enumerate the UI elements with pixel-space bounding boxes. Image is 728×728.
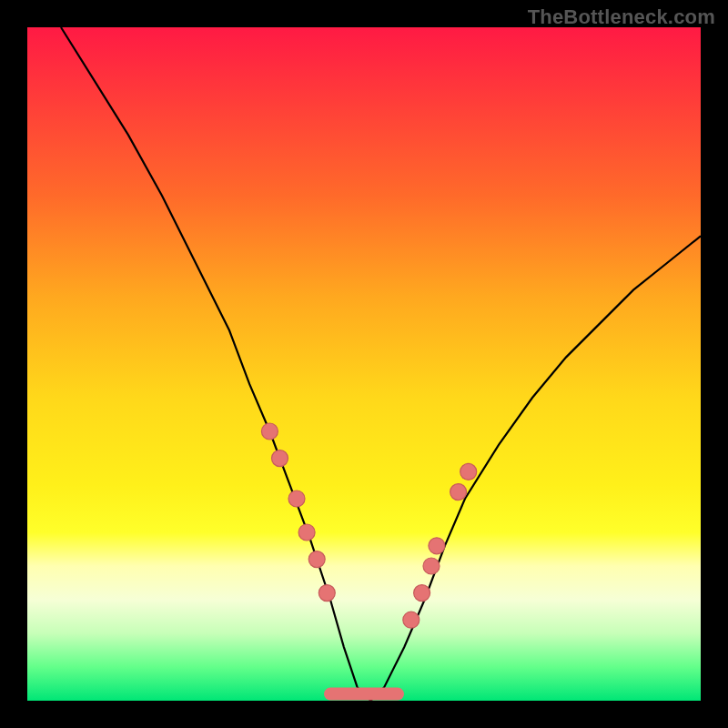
curve-marker (288, 490, 305, 507)
curve-marker (308, 551, 325, 568)
curve-marker (261, 423, 278, 440)
bottleneck-curve (61, 27, 701, 701)
plot-area (27, 27, 701, 701)
curve-marker (414, 585, 430, 602)
chart-frame: TheBottleneck.com (0, 0, 728, 728)
curve-marker (460, 463, 477, 480)
curve-marker (272, 450, 288, 467)
bottleneck-curve-svg (27, 27, 701, 701)
curve-marker (318, 585, 335, 602)
curve-marker (423, 558, 440, 574)
curve-marker (450, 484, 467, 500)
curve-marker (403, 612, 420, 628)
curve-marker (298, 524, 315, 541)
curve-marker (429, 538, 445, 554)
curve-markers (261, 423, 476, 628)
watermark-text: TheBottleneck.com (528, 5, 715, 29)
